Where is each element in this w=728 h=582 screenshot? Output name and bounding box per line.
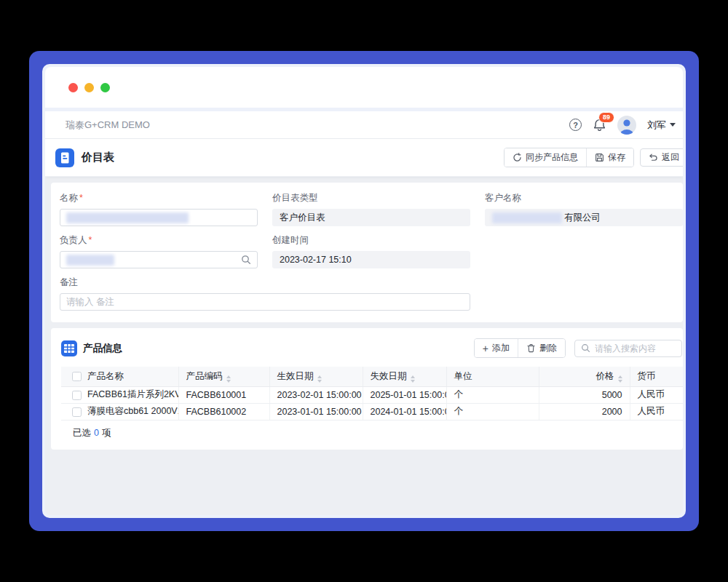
- product-table-wrap: 产品名称产品编码生效日期失效日期单位价格货币 FACBB61插片系列2KV ..…: [61, 367, 683, 448]
- remark-input-box: [60, 293, 470, 311]
- delete-product-button[interactable]: 删除: [518, 339, 565, 357]
- cell-unit: 个: [446, 386, 539, 403]
- redacted-customer-value: [492, 212, 562, 223]
- column-header-unit: 单位: [446, 367, 539, 386]
- chevron-down-icon: [670, 123, 676, 127]
- search-icon[interactable]: [241, 255, 251, 265]
- cell-expire: 2025-01-01 15:00:00: [363, 386, 446, 403]
- select-all-header-cell: [61, 367, 87, 386]
- trash-icon: [526, 343, 536, 353]
- search-icon: [581, 343, 590, 353]
- user-menu[interactable]: 刘军: [647, 119, 676, 132]
- browser-window: 瑞泰G+CRM DEMO ? 89: [45, 67, 683, 515]
- product-section-header: 产品信息 + 添加: [51, 337, 683, 367]
- product-section-title: 产品信息: [83, 342, 122, 355]
- mac-titlebar: [45, 67, 683, 108]
- field-name: 名称: [60, 192, 258, 226]
- column-label-unit: 单位: [454, 371, 472, 381]
- cell-name: 薄膜电容cbb61 2000V1...: [87, 403, 178, 420]
- user-name: 刘军: [647, 119, 666, 132]
- save-button[interactable]: 保存: [586, 148, 633, 167]
- back-button[interactable]: 返回: [640, 148, 683, 167]
- cell-name: FACBB61插片系列2KV ...: [87, 386, 178, 403]
- selected-count: 0: [94, 428, 99, 438]
- cell-effective: 2023-02-01 15:00:00: [269, 386, 363, 403]
- column-header-price[interactable]: 价格: [539, 367, 630, 386]
- app-header: 瑞泰G+CRM DEMO ? 89: [45, 111, 683, 139]
- field-pricelist-type: 价目表类型 客户价目表: [272, 192, 470, 226]
- select-all-checkbox[interactable]: [72, 372, 82, 381]
- plus-icon: +: [483, 343, 488, 354]
- column-header-currency: 货币: [630, 367, 683, 386]
- created-label: 创建时间: [272, 234, 309, 247]
- sort-down-arrow: [317, 380, 322, 383]
- return-icon: [649, 153, 658, 162]
- product-info-card: 产品信息 + 添加: [51, 328, 683, 450]
- avatar[interactable]: [617, 116, 636, 135]
- cell-code: FACBB610002: [178, 403, 269, 420]
- remark-label: 备注: [60, 276, 78, 289]
- sort-up-arrow: [618, 375, 622, 378]
- field-created-time: 创建时间 2023-02-17 15:10: [272, 234, 470, 268]
- owner-lookup-input[interactable]: [60, 251, 258, 268]
- minimize-window-button[interactable]: [84, 83, 94, 92]
- product-search-box: [574, 340, 682, 357]
- sort-icon: [618, 375, 622, 383]
- page-titlebar: 价目表 同步产品信息: [45, 139, 683, 177]
- column-label-code: 产品编码: [186, 371, 223, 381]
- column-label-price: 价格: [596, 371, 614, 381]
- pricelist-doc-icon: [55, 148, 74, 167]
- sort-icon: [317, 375, 322, 383]
- cell-currency: 人民币: [630, 403, 683, 420]
- product-search-input[interactable]: [595, 343, 676, 354]
- field-empty: [485, 234, 683, 268]
- table-row: 薄膜电容cbb61 2000V1...FACBB6100022023-01-01…: [61, 403, 683, 420]
- cell-price: 2000: [539, 403, 630, 420]
- column-header-name: 产品名称: [87, 367, 178, 386]
- notifications-button[interactable]: 89: [593, 118, 606, 132]
- sort-up-arrow: [317, 375, 322, 378]
- name-label: 名称: [60, 192, 83, 204]
- sort-down-arrow: [618, 380, 622, 383]
- device-frame: 瑞泰G+CRM DEMO ? 89: [29, 51, 699, 531]
- sync-products-button[interactable]: 同步产品信息: [505, 148, 586, 167]
- name-input[interactable]: [60, 209, 258, 226]
- cell-unit: 个: [446, 403, 539, 420]
- notification-badge: 89: [598, 112, 614, 123]
- row-checkbox[interactable]: [72, 407, 82, 417]
- table-grid-icon: [61, 340, 77, 356]
- cell-expire: 2024-01-01 15:00:00: [363, 403, 446, 420]
- sync-icon: [513, 153, 522, 162]
- pricelist-type-value: 客户价目表: [272, 209, 470, 226]
- page-title: 价目表: [82, 151, 114, 164]
- product-table-header-row: 产品名称产品编码生效日期失效日期单位价格货币: [61, 367, 683, 386]
- column-label-expire: 失效日期: [371, 371, 407, 381]
- column-header-effective[interactable]: 生效日期: [269, 367, 363, 386]
- field-remark: 备注: [60, 276, 470, 311]
- sort-down-arrow: [226, 380, 231, 383]
- column-label-currency: 货币: [638, 371, 656, 381]
- close-window-button[interactable]: [68, 83, 78, 92]
- sort-icon: [411, 375, 415, 383]
- row-select-cell: [61, 403, 87, 420]
- type-label: 价目表类型: [272, 192, 318, 204]
- add-product-button[interactable]: + 添加: [475, 339, 518, 357]
- remark-input[interactable]: [66, 297, 464, 307]
- owner-label: 负责人: [60, 234, 92, 247]
- save-icon: [595, 153, 604, 162]
- sort-icon: [226, 375, 231, 383]
- product-table: 产品名称产品编码生效日期失效日期单位价格货币 FACBB61插片系列2KV ..…: [61, 367, 683, 420]
- row-checkbox[interactable]: [72, 391, 82, 400]
- customer-label: 客户名称: [485, 192, 521, 204]
- help-icon[interactable]: ?: [569, 119, 582, 131]
- brand-title: 瑞泰G+CRM DEMO: [66, 119, 150, 132]
- product-table-body: FACBB61插片系列2KV ...FACBB6100012023-02-01 …: [61, 386, 683, 420]
- page-content: 名称 价目表类型 客户价目表 客户名称: [45, 177, 683, 515]
- sort-up-arrow: [226, 375, 231, 378]
- zoom-window-button[interactable]: [100, 83, 110, 92]
- sort-down-arrow: [411, 380, 415, 383]
- column-header-code[interactable]: 产品编码: [178, 367, 269, 386]
- created-time-value: 2023-02-17 15:10: [272, 251, 470, 268]
- selection-summary: 已选 0 项: [61, 420, 683, 448]
- column-header-expire[interactable]: 失效日期: [363, 367, 446, 386]
